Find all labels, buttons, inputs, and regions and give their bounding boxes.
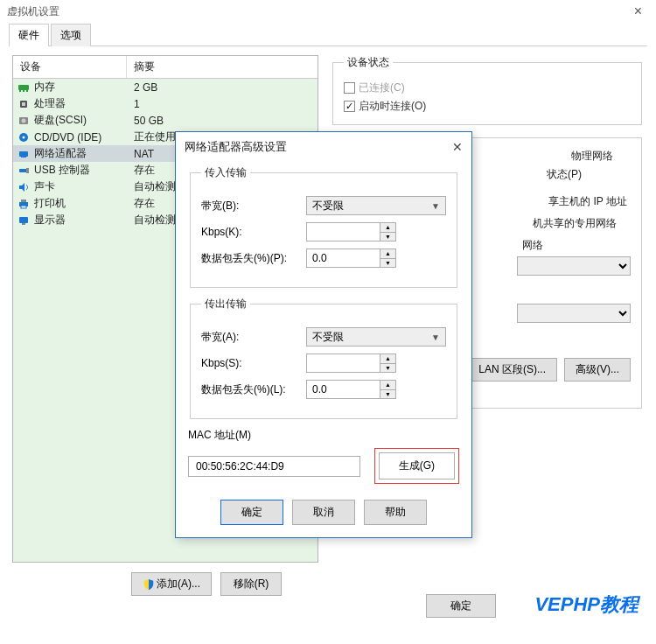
- svg-point-7: [22, 118, 26, 122]
- dialog-cancel-button[interactable]: 取消: [292, 500, 355, 525]
- svg-rect-13: [26, 168, 29, 173]
- loss-l-label: 数据包丢失(%)(L):: [201, 382, 306, 397]
- hardware-list-header: 设备 摘要: [13, 56, 318, 79]
- svg-rect-1: [19, 90, 21, 92]
- mac-label: MAC 地址(M): [188, 428, 459, 443]
- bandwidth-a-label: 带宽(A):: [201, 330, 306, 345]
- outgoing-legend: 传出传输: [201, 297, 250, 312]
- incoming-legend: 传入传输: [201, 165, 250, 180]
- hardware-label: 内存: [34, 80, 130, 94]
- cpu-icon: [17, 98, 31, 110]
- connected-label: 已连接(C): [359, 80, 405, 95]
- shield-icon: [143, 578, 155, 591]
- mac-address-input[interactable]: 00:50:56:2C:44:D9: [188, 456, 360, 477]
- memory-icon: [17, 81, 31, 94]
- svg-rect-17: [19, 217, 28, 223]
- hardware-label: 声卡: [34, 179, 130, 194]
- window-title: 虚拟机设置: [7, 4, 59, 19]
- svg-point-9: [23, 136, 25, 138]
- hardware-label: 处理器: [34, 96, 130, 111]
- bandwidth-a-combo[interactable]: 不受限 ▼: [306, 327, 446, 346]
- kbps-s-label: Kbps(S):: [201, 357, 306, 369]
- display-icon: [17, 214, 31, 227]
- outgoing-group: 传出传输 带宽(A): 不受限 ▼ Kbps(S): ▲▼ 数据包丢失(%)(L…: [190, 297, 457, 419]
- remove-hardware-button[interactable]: 移除(R): [220, 572, 282, 596]
- hardware-summary: 2 GB: [130, 81, 314, 94]
- main-ok-button[interactable]: 确定: [426, 594, 496, 618]
- usb-icon: [17, 164, 31, 177]
- loss-p-spinner[interactable]: ▲▼: [380, 248, 396, 268]
- dialog-help-button[interactable]: 帮助: [364, 500, 427, 525]
- connect-on-label: 启动时连接(O): [359, 99, 426, 114]
- nic-icon: [17, 148, 31, 160]
- svg-rect-2: [23, 90, 24, 92]
- svg-rect-0: [18, 85, 29, 90]
- connected-checkbox: [344, 82, 355, 94]
- connect-on-row[interactable]: 启动时连接(O): [344, 99, 631, 114]
- spinner-down-icon[interactable]: ▼: [380, 259, 395, 268]
- loss-p-input[interactable]: 0.0: [306, 248, 380, 268]
- hardware-label: CD/DVD (IDE): [34, 131, 130, 144]
- generate-button[interactable]: 生成(G): [379, 452, 455, 480]
- disk-icon: [17, 115, 31, 127]
- loss-l-input[interactable]: 0.0: [306, 380, 380, 399]
- window-close-icon[interactable]: ×: [627, 4, 649, 19]
- svg-rect-11: [21, 156, 26, 158]
- spinner-down-icon[interactable]: ▼: [380, 390, 395, 399]
- generate-highlight: 生成(G): [374, 448, 459, 484]
- hardware-row-cpu[interactable]: 处理器1: [13, 95, 318, 112]
- spinner-down-icon[interactable]: ▼: [380, 233, 395, 242]
- chevron-down-icon: ▼: [431, 201, 440, 211]
- hardware-label: 网络适配器: [34, 146, 130, 161]
- svg-rect-15: [21, 200, 26, 202]
- loss-p-label: 数据包丢失(%)(P):: [201, 251, 306, 266]
- hardware-label: 打印机: [34, 196, 130, 211]
- dialog-close-icon[interactable]: ✕: [452, 140, 463, 154]
- tab-options[interactable]: 选项: [51, 24, 91, 46]
- spinner-down-icon[interactable]: ▼: [380, 364, 395, 373]
- col-summary[interactable]: 摘要: [127, 56, 318, 78]
- add-hardware-label: 添加(A)...: [157, 578, 200, 590]
- bandwidth-b-combo[interactable]: 不受限 ▼: [306, 196, 446, 215]
- lan-segment-button[interactable]: LAN 区段(S)...: [467, 358, 557, 382]
- cd-icon: [17, 131, 31, 144]
- tab-hardware[interactable]: 硬件: [9, 24, 49, 46]
- hardware-row-memory[interactable]: 内存2 GB: [13, 79, 318, 95]
- network-combo-1[interactable]: [517, 256, 631, 276]
- network-combo-2[interactable]: [517, 304, 631, 323]
- spinner-up-icon[interactable]: ▲: [380, 249, 395, 259]
- hardware-label: USB 控制器: [34, 163, 130, 178]
- svg-rect-5: [22, 102, 25, 106]
- hardware-label: 硬盘(SCSI): [34, 113, 130, 128]
- kbps-k-spinner[interactable]: ▲▼: [380, 222, 396, 242]
- bandwidth-a-value: 不受限: [312, 330, 344, 345]
- kbps-k-label: Kbps(K):: [201, 226, 306, 238]
- tab-strip: 硬件 选项: [9, 23, 647, 46]
- spinner-up-icon[interactable]: ▲: [380, 354, 395, 364]
- dialog-title: 网络适配器高级设置: [185, 139, 287, 155]
- kbps-s-input[interactable]: [306, 354, 380, 373]
- add-hardware-button[interactable]: 添加(A)...: [131, 572, 212, 596]
- device-status-legend: 设备状态: [344, 55, 393, 70]
- dialog-ok-button[interactable]: 确定: [220, 500, 283, 525]
- connect-on-checkbox[interactable]: [344, 101, 355, 112]
- spinner-up-icon[interactable]: ▲: [380, 381, 395, 390]
- connected-checkbox-row: 已连接(C): [344, 80, 631, 95]
- device-status-group: 设备状态 已连接(C) 启动时连接(O): [332, 55, 642, 125]
- loss-l-spinner[interactable]: ▲▼: [380, 380, 396, 399]
- kbps-s-spinner[interactable]: ▲▼: [380, 354, 396, 373]
- hardware-row-disk[interactable]: 硬盘(SCSI)50 GB: [13, 112, 318, 129]
- svg-rect-3: [26, 90, 28, 92]
- col-device[interactable]: 设备: [13, 56, 127, 78]
- kbps-k-input[interactable]: [306, 222, 380, 242]
- advanced-button[interactable]: 高级(V)...: [564, 358, 631, 382]
- bandwidth-b-value: 不受限: [312, 199, 344, 214]
- hardware-summary: 50 GB: [130, 115, 314, 127]
- hardware-summary: 1: [130, 98, 314, 110]
- watermark-text: VEPHP教程: [534, 592, 639, 618]
- spinner-up-icon[interactable]: ▲: [380, 223, 395, 233]
- printer-icon: [17, 198, 31, 210]
- svg-rect-16: [21, 206, 26, 208]
- svg-rect-18: [22, 223, 25, 225]
- incoming-group: 传入传输 带宽(B): 不受限 ▼ Kbps(K): ▲▼ 数据包丢失(%)(P…: [190, 165, 457, 288]
